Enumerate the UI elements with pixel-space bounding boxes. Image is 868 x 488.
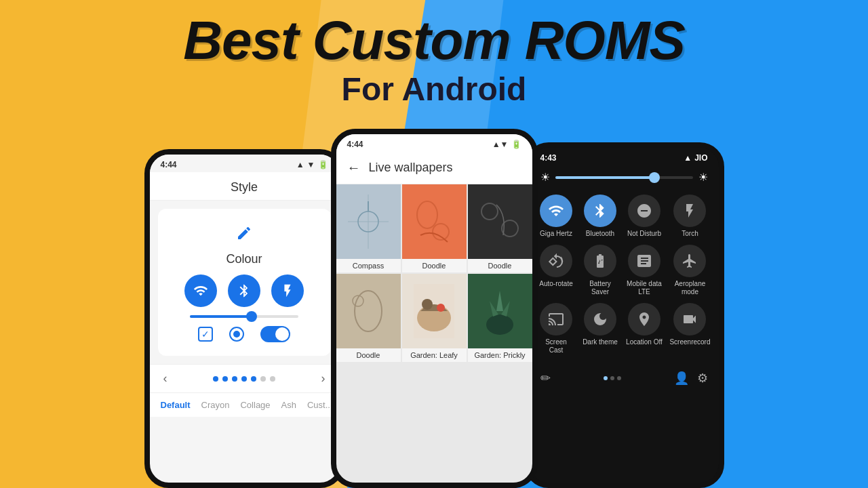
tab-ash[interactable]: Ash <box>281 400 296 410</box>
style-title: Style <box>231 180 258 194</box>
nav-dots <box>213 376 275 382</box>
user-icon[interactable]: 👤 <box>674 371 689 386</box>
doodle1-thumb <box>402 184 467 259</box>
wallpaper-title: Live wallpapers <box>369 161 453 175</box>
qs-tile-not-disturb[interactable]: Not Disturb <box>625 195 663 238</box>
qs-grid: Giga Hertz Bluetooth Not Disturb <box>530 189 719 360</box>
pencil-icon <box>233 222 255 244</box>
toggle[interactable] <box>260 326 290 342</box>
qs-tile-torch[interactable]: Torch <box>669 195 710 238</box>
qs-tile-bluetooth[interactable]: Bluetooth <box>581 195 618 238</box>
auto-rotate-icon <box>540 245 572 277</box>
qs-tile-mobile-data[interactable]: Mobile data LTE <box>625 245 663 296</box>
dot-5 <box>251 376 256 382</box>
qs-tile-location[interactable]: Location Off <box>625 303 663 354</box>
slider-thumb[interactable] <box>246 311 257 322</box>
not-disturb-label: Not Disturb <box>627 230 661 238</box>
qs-tile-giga-hertz[interactable]: Giga Hertz <box>538 195 575 238</box>
status-bar-left: 4:44 ▲ ▼ 🔋 <box>150 155 339 172</box>
compass-label: Compass <box>336 259 401 272</box>
slider-fill <box>190 315 250 318</box>
qs-page-dots <box>604 376 621 380</box>
wallpaper-garden-prickly[interactable]: Garden: Prickly <box>468 274 532 362</box>
qs-tile-screenrecord[interactable]: Screenrecord <box>669 303 710 354</box>
giga-hertz-label: Giga Hertz <box>540 230 572 238</box>
toggle-thumb <box>275 327 289 341</box>
location-icon <box>628 303 660 336</box>
settings-icon[interactable]: ⚙ <box>697 371 708 386</box>
radio[interactable] <box>229 327 244 342</box>
qs-tile-screen-cast[interactable]: Screen Cast <box>538 303 575 354</box>
brightness-slider[interactable] <box>555 176 693 179</box>
qs-dot-2 <box>610 376 614 380</box>
color-section: Colour <box>158 209 331 356</box>
status-icons-right: ▲ JIO <box>684 153 707 163</box>
wallpaper-garden-leafy[interactable]: Garden: Leafy <box>402 274 467 362</box>
bluetooth-btn[interactable] <box>228 274 260 307</box>
signal-icon-c: ▲▼ <box>492 140 509 149</box>
brightness-fill <box>555 176 652 179</box>
torch-label: Torch <box>682 230 698 238</box>
svg-point-16 <box>422 299 433 310</box>
brightness-high-icon: ☀ <box>698 171 708 184</box>
aeroplane-label: Aeroplane mode <box>669 280 710 296</box>
nav-bottom: ‹ › <box>150 364 339 392</box>
mobile-data-label: Mobile data LTE <box>625 280 663 296</box>
brightness-row: ☀ ☀ <box>530 165 719 189</box>
dot-2 <box>222 376 228 382</box>
time-center: 4:44 <box>347 140 363 149</box>
qs-tile-auto-rotate[interactable]: Auto-rotate <box>538 245 575 296</box>
signal-icon: ▲ <box>296 160 304 169</box>
wallpaper-doodle2[interactable]: Doodle <box>468 184 532 272</box>
wallpaper-compass[interactable]: Compass <box>336 184 401 272</box>
auto-rotate-label: Auto-rotate <box>539 280 572 288</box>
dot-6 <box>260 376 266 382</box>
phone-center: 4:44 ▲▼ 🔋 ← Live wallpapers <box>331 129 538 488</box>
qs-tile-aeroplane[interactable]: Aeroplane mode <box>669 245 710 296</box>
wallpaper-grid: Compass Doodle <box>336 184 532 362</box>
tab-collage[interactable]: Collage <box>240 400 270 410</box>
title-container: Best Custom ROMS For Android <box>0 14 868 108</box>
dot-4 <box>241 376 247 382</box>
wallpaper-doodle1[interactable]: Doodle <box>402 184 467 272</box>
flash-btn[interactable] <box>271 274 304 307</box>
qs-tile-battery-saver[interactable]: Battery Saver <box>581 245 618 296</box>
battery-icon-c: 🔋 <box>511 140 521 149</box>
doodle2-label: Doodle <box>468 259 532 272</box>
battery-icon: 🔋 <box>318 160 328 169</box>
compass-thumb <box>336 184 401 259</box>
carrier-label: JIO <box>694 153 707 163</box>
location-label: Location Off <box>626 338 663 346</box>
main-title: Best Custom ROMS <box>0 14 868 68</box>
dot-7 <box>270 376 275 382</box>
tab-default[interactable]: Default <box>161 400 191 410</box>
svg-rect-5 <box>414 195 454 249</box>
tab-cust[interactable]: Cust... <box>307 400 333 410</box>
edit-icon[interactable]: ✏ <box>540 371 551 386</box>
brightness-thumb <box>649 172 660 183</box>
nav-next[interactable]: › <box>321 371 326 386</box>
status-icons-left: ▲ ▼ 🔋 <box>296 160 328 169</box>
checkbox[interactable]: ✓ <box>198 327 213 342</box>
screenrecord-icon <box>673 303 706 336</box>
sub-title: For Android <box>0 70 868 108</box>
style-header: Style <box>150 172 339 201</box>
options-row: ✓ <box>198 326 290 342</box>
svg-point-17 <box>437 304 445 312</box>
screenrecord-label: Screenrecord <box>669 338 710 346</box>
qs-tile-dark-theme[interactable]: Dark theme <box>581 303 618 354</box>
tab-crayon[interactable]: Crayon <box>201 400 230 410</box>
bluetooth-label: Bluetooth <box>586 230 614 238</box>
wifi-icon: ▼ <box>307 160 315 169</box>
wifi-btn[interactable] <box>184 274 217 307</box>
back-button[interactable]: ← <box>347 160 361 176</box>
svg-point-19 <box>486 314 513 335</box>
style-slider[interactable] <box>190 315 298 318</box>
wallpaper-doodle3[interactable]: Doodle <box>336 274 401 362</box>
screen-cast-icon <box>540 303 572 336</box>
mobile-data-icon <box>628 245 660 277</box>
wallpaper-header: ← Live wallpapers <box>336 152 532 184</box>
nav-prev[interactable]: ‹ <box>163 371 167 386</box>
torch-icon <box>673 195 706 227</box>
phone-left: 4:44 ▲ ▼ 🔋 Style Colour <box>144 149 344 488</box>
